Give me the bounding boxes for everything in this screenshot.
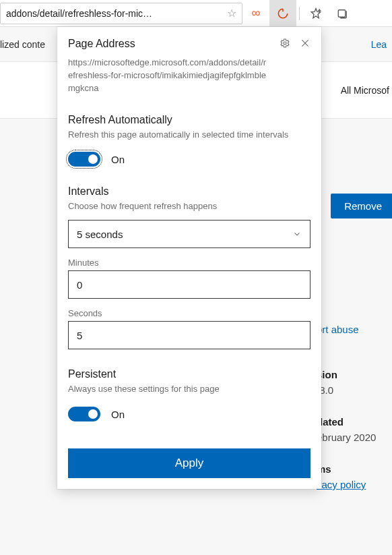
svg-rect-2 [338, 9, 346, 17]
updated-label: dated [317, 416, 392, 428]
popup-header: Page Address [68, 38, 311, 54]
all-microsoft-link[interactable]: All Microsof [341, 85, 392, 96]
address-bar[interactable]: addons/detail/refreshless-for-mic… ☆ [0, 3, 242, 24]
intervals-desc: Choose how frequent refresh happens [68, 200, 311, 213]
version-label: sion [317, 369, 392, 380]
remove-button-label: Remove [344, 200, 382, 212]
persistent-toggle-label: On [111, 409, 125, 420]
address-text: addons/detail/refreshless-for-mic… [6, 8, 152, 19]
personalized-text: lized conte [0, 39, 51, 50]
browser-toolbar: addons/detail/refreshless-for-mic… ☆ ∞ [0, 0, 392, 27]
persistent-section: Persistent Always use these settings for… [68, 368, 311, 421]
minutes-value: 0 [77, 279, 82, 291]
popup-header-text: Page Address [68, 38, 135, 54]
version-value: .8.0 [317, 384, 392, 396]
seconds-input[interactable]: 5 [68, 321, 311, 349]
terms-label: ms [317, 463, 392, 475]
extension-infinity-icon[interactable]: ∞ [242, 0, 269, 27]
persistent-title: Persistent [68, 368, 311, 380]
page-address-url: https://microsoftedge.microsoft.com/addo… [68, 57, 311, 95]
intervals-section: Intervals Choose how frequent refresh ha… [68, 185, 311, 349]
refresh-title: Refresh Automatically [68, 114, 311, 126]
toolbar-divider [299, 7, 300, 20]
learn-more-link[interactable]: Lea [366, 39, 387, 50]
updated-value: ebruary 2020 [317, 432, 392, 443]
side-info: ort abuse sion .8.0 dated ebruary 2020 m… [317, 324, 392, 490]
toolbar-extensions: ∞ [242, 0, 356, 26]
report-abuse-link[interactable]: ort abuse [317, 324, 392, 335]
toggle-knob [88, 409, 98, 419]
apply-button-label: Apply [175, 457, 204, 470]
refresh-toggle-row: On [68, 152, 311, 167]
seconds-value: 5 [77, 330, 82, 341]
minutes-input[interactable]: 0 [68, 270, 311, 299]
chevron-down-icon [292, 229, 302, 239]
interval-select-value: 5 seconds [77, 229, 123, 240]
privacy-policy-link[interactable]: vacy policy [317, 479, 392, 490]
favorites-add-icon[interactable] [302, 0, 329, 27]
apply-button[interactable]: Apply [68, 448, 311, 478]
refresh-desc: Refresh this page automatically in selec… [68, 129, 311, 142]
refresh-section: Refresh Automatically Refresh this page … [68, 114, 311, 167]
persistent-toggle[interactable] [68, 407, 100, 421]
remove-button[interactable]: Remove [331, 194, 392, 218]
refresh-toggle-label: On [111, 154, 125, 165]
seconds-label: Seconds [68, 308, 311, 318]
close-icon[interactable] [300, 38, 311, 49]
minutes-label: Minutes [68, 258, 311, 268]
refresh-toggle[interactable] [68, 152, 100, 167]
persistent-toggle-row: On [68, 407, 311, 421]
extension-popup: Page Address https://microsoftedge.micro… [57, 27, 321, 489]
intervals-title: Intervals [68, 185, 311, 198]
page-address-title: Page Address [68, 38, 135, 50]
collections-icon[interactable] [329, 0, 356, 27]
svg-point-3 [284, 42, 286, 45]
persistent-desc: Always use these settings for this page [68, 383, 311, 396]
popup-header-icons [280, 38, 311, 49]
extension-refresh-icon[interactable] [269, 0, 296, 27]
gear-icon[interactable] [280, 38, 290, 49]
toggle-knob [88, 154, 98, 164]
interval-select[interactable]: 5 seconds [68, 220, 311, 248]
favorite-star-icon[interactable]: ☆ [222, 7, 236, 20]
